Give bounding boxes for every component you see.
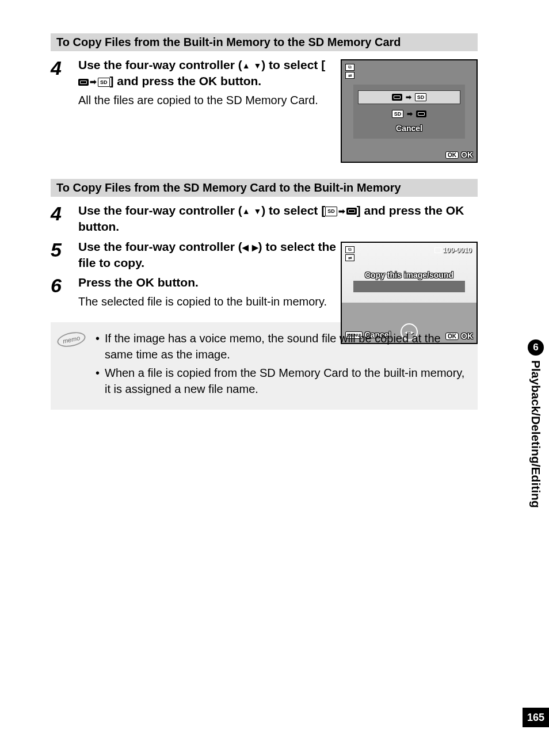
step-number: 6 <box>51 274 78 295</box>
menu-option-internal-to-sd[interactable]: ➡ SD <box>358 90 460 104</box>
arrow-right-icon: ➡ <box>407 110 413 118</box>
step-heading: Press the OK button. <box>78 274 344 291</box>
section1-title-bar: To Copy Files from the Built-in Memory t… <box>51 33 478 51</box>
section2-body: 4 Use the four-way controller (▲ ▼) to s… <box>51 203 478 310</box>
arrow-right-icon: ➡ <box>338 206 345 217</box>
step-heading: Use the four-way controller (▲ ▼) to sel… <box>78 57 330 90</box>
step-heading: Use the four-way controller (▲ ▼) to sel… <box>78 203 478 235</box>
arrow-right-icon: ➡ <box>90 77 97 87</box>
memo-item: When a file is copied from the SD Memory… <box>96 365 467 397</box>
folder-number-label: 100-0010 <box>434 246 472 254</box>
text-part: ) to select [ <box>261 204 325 217</box>
text-part: Use the four-way controller ( <box>78 240 242 253</box>
sd-to-internal-icon: SD ➡ <box>325 206 357 217</box>
screen-status-icons: ⧉ ⇄ <box>345 64 354 79</box>
step-number: 5 <box>51 239 78 259</box>
text-part: ) to select [ <box>261 58 325 71</box>
left-triangle-icon: ◀ <box>242 242 249 253</box>
step-description: The selected file is copied to the built… <box>78 293 344 310</box>
text-part: Use the four-way controller ( <box>78 204 242 217</box>
step-body: Use the four-way controller (▲ ▼) to sel… <box>78 57 330 108</box>
page-number: 165 <box>523 708 549 727</box>
internal-memory-icon <box>416 110 426 117</box>
copy-prompt-banner: Copy this image/sound <box>342 270 476 280</box>
section2-title-bar: To Copy Files from the SD Memory Card to… <box>51 179 478 197</box>
internal-memory-icon <box>346 208 357 215</box>
chapter-title: Playback/Deleting/Editing <box>529 360 543 508</box>
sd-card-icon: SD <box>98 78 110 87</box>
text-part: Use the four-way controller ( <box>78 58 242 71</box>
step-body: Press the OK button. The selected file i… <box>78 274 344 309</box>
copy-menu: ➡ SD SD ➡ Cancel <box>353 85 465 139</box>
down-triangle-icon: ▼ <box>253 60 261 71</box>
copy-mode-icon: ⧉ <box>345 246 354 253</box>
sd-card-icon: SD <box>415 93 427 101</box>
menu-cancel-option[interactable]: Cancel <box>358 124 460 133</box>
step-number: 4 <box>51 203 78 223</box>
text-part: ] and press the OK button. <box>110 74 262 87</box>
internal-memory-icon <box>392 94 402 101</box>
sd-card-icon: SD <box>325 207 337 216</box>
transfer-icon: ⇄ <box>345 254 354 261</box>
memo-badge: memo <box>56 330 87 349</box>
memo-list: If the image has a voice memo, the sound… <box>96 330 467 399</box>
arrow-right-icon: ➡ <box>406 93 411 101</box>
content-area: To Copy Files from the Built-in Memory t… <box>0 0 501 410</box>
up-triangle-icon: ▲ <box>242 206 250 217</box>
camera-screen-2: ⧉ ⇄ 100-0010 Copy this image/sound ◂○▸ M… <box>341 242 478 344</box>
step-description: All the files are copied to the SD Memor… <box>78 92 330 108</box>
internal-to-sd-icon: ➡SD <box>78 77 110 87</box>
ok-label: OK <box>461 150 473 159</box>
photo-building <box>353 281 465 292</box>
ok-button-icon: OK <box>445 151 459 159</box>
section1-body: 4 Use the four-way controller (▲ ▼) to s… <box>51 57 478 163</box>
memo-note-block: memo If the image has a voice memo, the … <box>51 322 478 410</box>
step-heading: Use the four-way controller (◀ ▶) to sel… <box>78 239 344 272</box>
manual-page: To Copy Files from the Built-in Memory t… <box>0 0 549 756</box>
sd-card-icon: SD <box>392 110 404 118</box>
chapter-number-badge: 6 <box>528 339 544 356</box>
step-4-row: 4 Use the four-way controller (▲ ▼) to s… <box>51 57 330 108</box>
copy-mode-icon: ⧉ <box>345 64 354 71</box>
step-6-row: 6 Press the OK button. The selected file… <box>51 274 344 309</box>
screen-status-icons: ⧉ ⇄ <box>345 246 354 261</box>
folder-icon <box>434 247 441 253</box>
up-triangle-icon: ▲ <box>242 60 250 71</box>
step-5-row: 5 Use the four-way controller (◀ ▶) to s… <box>51 239 344 272</box>
right-triangle-icon: ▶ <box>252 242 258 253</box>
memo-item: If the image has a voice memo, the sound… <box>96 330 467 362</box>
chapter-side-tab: 6 Playback/Deleting/Editing <box>523 339 549 564</box>
internal-memory-icon <box>78 79 89 86</box>
step-body: Use the four-way controller (◀ ▶) to sel… <box>78 239 344 272</box>
step-number: 4 <box>51 57 78 78</box>
ok-indicator: OK OK <box>445 150 473 159</box>
folder-number: 100-0010 <box>443 246 472 254</box>
down-triangle-icon: ▼ <box>253 206 261 217</box>
step-body: Use the four-way controller (▲ ▼) to sel… <box>78 203 478 235</box>
section1-text: 4 Use the four-way controller (▲ ▼) to s… <box>51 57 330 163</box>
memo-icon: memo <box>55 330 87 399</box>
menu-option-sd-to-internal[interactable]: SD ➡ <box>358 108 460 120</box>
camera-screen-1: ⧉ ⇄ ➡ SD SD ➡ Cancel <box>341 59 478 163</box>
step-4b-row: 4 Use the four-way controller (▲ ▼) to s… <box>51 203 478 235</box>
transfer-icon: ⇄ <box>345 72 354 79</box>
